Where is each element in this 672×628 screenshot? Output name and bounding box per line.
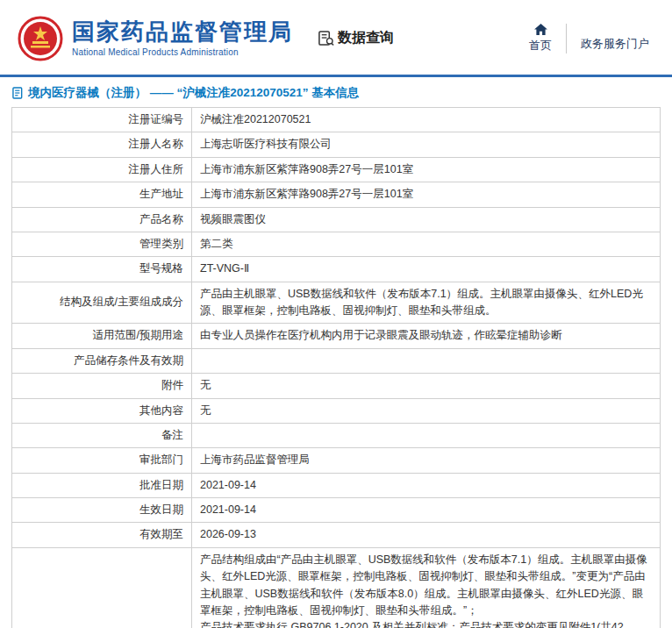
row-label: 批准日期 <box>12 473 192 497</box>
row-value: 上海市浦东新区紫萍路908弄27号一层101室 <box>192 157 661 182</box>
breadcrumb: 境内医疗器械（注册） —— “沪械注准20212070521” 基本信息 <box>0 77 672 107</box>
data-query-label: 数据查询 <box>338 29 394 47</box>
table-row: 注册证编号沪械注准20212070521 <box>12 108 661 132</box>
table-row: 结构及组成/主要组成成分产品由主机眼罩、USB数据线和软件（发布版本7.1）组成… <box>12 282 661 324</box>
table-row: 审批部门上海市药品监督管理局 <box>12 448 661 473</box>
row-label: 审批部门 <box>12 448 192 473</box>
info-table-body: 注册证编号沪械注准20212070521注册人名称上海志听医疗科技有限公司注册人… <box>12 108 661 628</box>
row-label: 适用范围/预期用途 <box>12 324 192 348</box>
registration-info-table: 注册证编号沪械注准20212070521注册人名称上海志听医疗科技有限公司注册人… <box>11 107 661 628</box>
table-row: 附件无 <box>12 374 661 398</box>
row-label: 产品储存条件及有效期 <box>12 348 192 373</box>
national-emblem-logo <box>18 16 63 61</box>
table-row: 注册人名称上海志听医疗科技有限公司 <box>12 132 661 157</box>
table-row: 有效期至2026-09-13 <box>12 523 661 547</box>
nav-data-query[interactable]: 数据查询 <box>318 29 394 47</box>
row-value: 无 <box>192 374 661 398</box>
row-label: 生产地址 <box>12 182 192 207</box>
row-label: 有效期至 <box>12 523 192 547</box>
row-value: ZT-VNG-Ⅱ <box>192 257 661 282</box>
registration-info-table-wrap: 注册证编号沪械注准20212070521注册人名称上海志听医疗科技有限公司注册人… <box>0 107 672 628</box>
header-right-nav: 首页 政务服务门户 <box>515 24 656 54</box>
home-icon <box>534 24 547 35</box>
document-icon <box>12 87 24 99</box>
nav-home[interactable]: 首页 <box>515 24 566 54</box>
row-label: 注册证编号 <box>12 108 192 132</box>
data-query-icon <box>318 30 334 46</box>
row-value: 2021-09-14 <box>192 498 661 523</box>
table-row: 生效日期2021-09-14 <box>12 498 661 523</box>
row-value: 产品由主机眼罩、USB数据线和软件（发布版本7.1）组成。主机眼罩由摄像头、红外… <box>192 282 661 324</box>
table-row: 其他内容无 <box>12 398 661 423</box>
row-label: 产品名称 <box>12 207 192 232</box>
row-value: 2026-09-13 <box>192 523 661 547</box>
breadcrumb-text: 境内医疗器械（注册） —— “沪械注准20212070521” 基本信息 <box>28 85 359 101</box>
row-label: 生效日期 <box>12 498 192 523</box>
site-header: 国家药品监督管理局 National Medical Products Admi… <box>0 0 672 75</box>
nav-home-label: 首页 <box>529 38 552 54</box>
nav-portal[interactable]: 政务服务门户 <box>567 36 656 52</box>
table-row: 生产地址上海市浦东新区紫萍路908弄27号一层101室 <box>12 182 661 207</box>
row-value: 第二类 <box>192 232 661 256</box>
row-label: 型号规格 <box>12 257 192 282</box>
row-value: 无 <box>192 398 661 423</box>
row-label: 附件 <box>12 374 192 398</box>
row-value: 2021-09-14 <box>192 473 661 497</box>
row-label: 变更情况 <box>12 547 192 628</box>
row-label: 结构及组成/主要组成成分 <box>12 282 192 324</box>
row-value: 沪械注准20212070521 <box>192 108 661 132</box>
row-label: 备注 <box>12 423 192 447</box>
table-row: 产品储存条件及有效期 <box>12 348 661 373</box>
row-label: 管理类别 <box>12 232 192 256</box>
table-row: 适用范围/预期用途由专业人员操作在医疗机构内用于记录眼震及眼动轨迹，作眩晕症辅助… <box>12 324 661 348</box>
row-value <box>192 423 661 447</box>
agency-title-en: National Medical Products Administration <box>72 47 293 57</box>
row-value: 视频眼震图仪 <box>192 207 661 232</box>
table-row: 管理类别第二类 <box>12 232 661 256</box>
agency-title-block: 国家药品监督管理局 National Medical Products Admi… <box>72 19 293 57</box>
row-label: 注册人住所 <box>12 157 192 182</box>
row-value <box>192 348 661 373</box>
agency-title-cn: 国家药品监督管理局 <box>72 19 293 46</box>
table-row: 变更情况产品结构组成由“产品由主机眼罩、USB数据线和软件（发布版本7.1）组成… <box>12 547 661 628</box>
table-row: 批准日期2021-09-14 <box>12 473 661 497</box>
table-row: 型号规格ZT-VNG-Ⅱ <box>12 257 661 282</box>
row-value: 由专业人员操作在医疗机构内用于记录眼震及眼动轨迹，作眩晕症辅助诊断 <box>192 324 661 348</box>
row-label: 其他内容 <box>12 398 192 423</box>
row-value: 上海市浦东新区紫萍路908弄27号一层101室 <box>192 182 661 207</box>
row-value: 上海志听医疗科技有限公司 <box>192 132 661 157</box>
table-row: 备注 <box>12 423 661 447</box>
row-value: 产品结构组成由“产品由主机眼罩、USB数据线和软件（发布版本7.1）组成。主机眼… <box>192 547 661 628</box>
row-label: 注册人名称 <box>12 132 192 157</box>
table-row: 注册人住所上海市浦东新区紫萍路908弄27号一层101室 <box>12 157 661 182</box>
table-row: 产品名称视频眼震图仪 <box>12 207 661 232</box>
row-value: 上海市药品监督管理局 <box>192 448 661 473</box>
